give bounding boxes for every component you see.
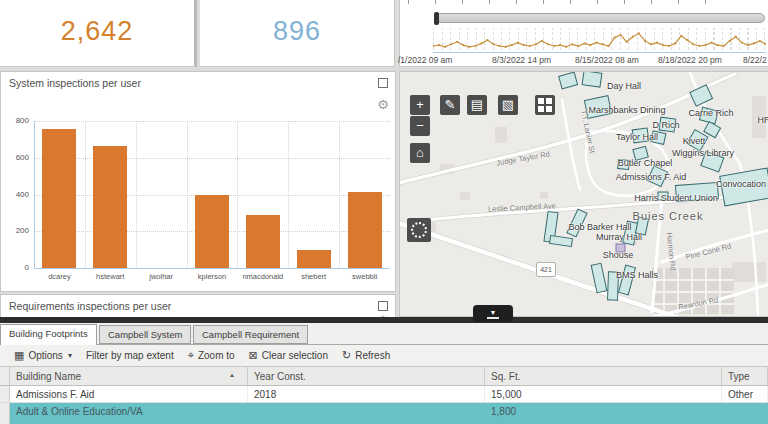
tab-building-footprints[interactable]: Building Footprints [0, 324, 97, 345]
time-chart-baseline [433, 52, 766, 53]
bar[interactable] [297, 250, 331, 268]
building-label: Shouse [603, 250, 634, 260]
pencil-icon: ✎ [445, 95, 456, 115]
home-icon: ⌂ [416, 143, 424, 163]
chevron-down-icon: ▼ [490, 309, 497, 316]
tab-campbell-system[interactable]: Campbell System [99, 325, 191, 344]
basemap-button[interactable]: ▤ [467, 95, 487, 115]
options-grid-icon: ▦ [14, 349, 24, 362]
table-header: Building Name▲Year Const.Sq. Ft.Type [0, 366, 768, 386]
x-axis-category-label: shebert [288, 272, 339, 281]
table-cell: 15,000 [485, 386, 722, 402]
requirement-inspections-count: 896 [200, 16, 394, 47]
time-series-line [433, 28, 766, 52]
route-shield-421: 421 [536, 262, 556, 277]
refresh-icon: ↻ [342, 349, 351, 362]
refresh-button[interactable]: ↻Refresh [342, 349, 390, 362]
toolbar-label: Refresh [355, 350, 390, 361]
building-label: Butler Chapel [618, 158, 673, 168]
table-cell: Admissions F. Aid [10, 386, 248, 402]
attribute-table-panel: Building FootprintsCampbell SystemCampbe… [0, 323, 768, 424]
building-label: Carrie Rich [688, 108, 733, 118]
column-header-type[interactable]: Type [722, 367, 768, 385]
building-label: Marshbanks Dining [588, 105, 665, 115]
home-button[interactable]: ⌂ [410, 143, 430, 163]
bar[interactable] [348, 192, 382, 268]
building-label: Murray Hall [596, 232, 642, 242]
zoom-in-button[interactable]: + [410, 95, 430, 115]
time-axis-label: /1/2022 09 am [398, 55, 452, 65]
building-label: Bob Barker Hall [568, 222, 631, 232]
apps-grid-button[interactable] [535, 95, 555, 115]
time-axis-label: 8/22/2 [743, 55, 767, 65]
table-cell: 2018 [248, 386, 485, 402]
header-gutter [0, 367, 10, 385]
x-axis-category-label: kpierson [187, 272, 238, 281]
clear-selection-button[interactable]: ⊠Clear selection [249, 349, 328, 362]
filter-by-map-extent-button[interactable]: Filter by map extent [86, 350, 174, 361]
gear-icon[interactable]: ⚙ [377, 98, 389, 111]
sketch-tool-button[interactable]: ✎ [440, 95, 460, 115]
locate-button[interactable] [407, 218, 431, 242]
v-gridline [136, 121, 137, 268]
h-gridline [34, 121, 390, 122]
bar[interactable] [195, 195, 229, 269]
table-cell: Adult & Online Education/VA [10, 403, 248, 424]
place-label: Buies Creek [633, 210, 704, 222]
indicator-card-system: 2,642 [0, 0, 197, 67]
basemap-icon: ▤ [471, 95, 483, 115]
zoom-out-button[interactable]: − [410, 116, 430, 136]
expand-panel-icon[interactable] [378, 78, 388, 88]
column-header-building-name[interactable]: Building Name▲ [10, 367, 248, 385]
row-gutter [0, 403, 10, 424]
time-slider-handle[interactable] [434, 12, 439, 25]
indicator-card-requirement: 896 [200, 0, 395, 67]
time-axis-label: 8/15/2022 08 am [575, 55, 639, 65]
table-cell [248, 403, 485, 424]
toolbar-label: Clear selection [262, 350, 328, 361]
bar[interactable] [42, 129, 76, 268]
building-label: Harris Student Union [634, 193, 718, 203]
tab-campbell-requirement[interactable]: Campbell Requirement [193, 325, 308, 344]
bar[interactable] [93, 146, 127, 268]
y-axis-tick-label: 800 [3, 116, 29, 125]
building-label: BMS Halls [616, 270, 658, 280]
expand-panel-icon[interactable] [378, 301, 388, 311]
table-row[interactable]: Adult & Online Education/VA1,800 [0, 403, 768, 424]
clear-selection-icon: ⊠ [249, 349, 258, 362]
row-gutter [0, 386, 10, 402]
table-toolbar: ▦Options▾Filter by map extent⌖Zoom to⊠Cl… [0, 345, 768, 366]
system-inspections-panel: System inspections per user ⚙ 8006004002… [0, 71, 396, 292]
plus-icon: + [416, 95, 424, 115]
x-axis-category-label: hstewart [85, 272, 136, 281]
bar[interactable] [246, 215, 280, 268]
panel-title: System inspections per user [9, 77, 141, 89]
collapse-table-button[interactable]: ▼ [473, 305, 513, 322]
building-label: Kivett [683, 136, 706, 146]
v-gridline [85, 121, 86, 268]
map-panel[interactable]: Day HallMarshbanks DiningCarrie RichHRD … [399, 71, 768, 317]
time-range-slider[interactable] [435, 13, 765, 23]
building-label: Wiggins Library [672, 148, 734, 158]
zoom-to-button[interactable]: ⌖Zoom to [188, 349, 235, 362]
system-inspections-count: 2,642 [0, 16, 194, 47]
table-row[interactable]: Admissions F. Aid201815,000Other [0, 386, 768, 403]
y-axis-line [34, 121, 35, 268]
y-axis-tick-label: 0 [3, 263, 29, 272]
minus-icon: − [416, 116, 424, 136]
options-button[interactable]: ▦Options▾ [14, 349, 72, 362]
v-gridline [187, 121, 188, 268]
table-cell: Other [722, 386, 768, 402]
x-axis-category-label: swebbli [339, 272, 390, 281]
layers-button[interactable]: ▧ [498, 95, 518, 115]
column-header-sq-ft-[interactable]: Sq. Ft. [485, 367, 722, 385]
v-gridline [237, 121, 238, 268]
chevron-down-icon: ▾ [68, 351, 72, 360]
grid-icon [538, 98, 552, 112]
drag-handle [487, 317, 499, 319]
column-header-year-const-[interactable]: Year Const. [248, 367, 485, 385]
building-label: Admissions F. Aid [616, 172, 687, 182]
sort-ascending-icon[interactable]: ▲ [229, 372, 235, 378]
y-axis-tick-label: 200 [3, 226, 29, 235]
building-label: Day Hall [607, 81, 641, 91]
